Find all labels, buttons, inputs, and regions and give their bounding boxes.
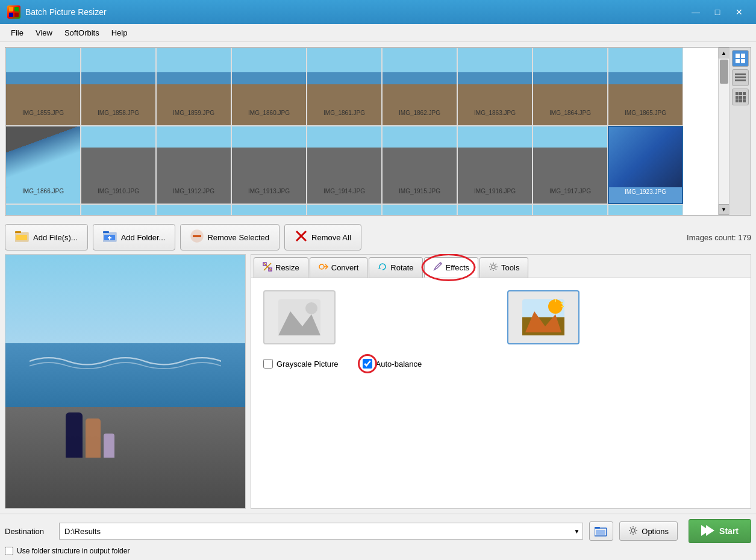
remove-all-button[interactable]: Remove All <box>284 224 361 250</box>
tab-resize[interactable]: Resize <box>254 257 308 278</box>
scrollbar-thumb[interactable] <box>720 60 728 84</box>
effects-tab-content: Grayscale Picture Auto-balance <box>251 278 751 508</box>
thumb-img1861[interactable]: IMG_1861.JPG <box>307 48 382 126</box>
tab-effects-label: Effects <box>446 263 470 272</box>
autobalance-effect-box[interactable] <box>507 290 579 344</box>
remove-selected-button[interactable]: Remove Selected <box>180 224 280 250</box>
thumb-r3-1[interactable] <box>5 204 81 215</box>
close-button[interactable]: ✕ <box>729 4 749 20</box>
tab-tools[interactable]: Tools <box>480 257 528 278</box>
view-toggle <box>729 48 751 215</box>
tab-convert[interactable]: Convert <box>310 257 368 278</box>
add-files-label: Add File(s)... <box>33 233 78 242</box>
thumb-img1916[interactable]: IMG_1916.JPG <box>457 126 533 204</box>
maximize-button[interactable]: □ <box>708 4 727 20</box>
svg-point-40 <box>305 302 317 314</box>
svg-rect-14 <box>736 96 739 99</box>
svg-rect-9 <box>735 76 746 78</box>
thumb-img1917[interactable]: IMG_1917.JPG <box>533 126 608 204</box>
remove-all-icon <box>295 229 308 246</box>
thumb-r3-9[interactable] <box>608 204 683 215</box>
thumb-r3-6[interactable] <box>382 204 457 215</box>
preview-image <box>5 255 245 508</box>
thumb-r3-8[interactable] <box>533 204 608 215</box>
list-view-button[interactable] <box>732 69 749 86</box>
thumb-img1855[interactable]: IMG_1855.JPG <box>5 48 81 126</box>
scroll-up-button[interactable]: ▲ <box>719 48 729 58</box>
thumb-img1858[interactable]: IMG_1858.JPG <box>81 48 156 126</box>
menu-help[interactable]: Help <box>105 26 134 40</box>
app-title: Batch Picture Resizer <box>25 7 686 17</box>
thumb-img1862[interactable]: IMG_1862.JPG <box>382 48 457 126</box>
thumb-img1860[interactable]: IMG_1860.JPG <box>231 48 307 126</box>
options-button[interactable]: Options <box>619 521 678 541</box>
grid-view-button[interactable] <box>732 89 749 105</box>
thumb-img1913[interactable]: IMG_1913.JPG <box>231 126 307 204</box>
minimize-button[interactable]: — <box>686 4 705 20</box>
add-files-button[interactable]: Add File(s)... <box>5 224 88 250</box>
thumb-label: IMG_1864.JPG <box>533 108 607 117</box>
svg-rect-11 <box>736 92 739 95</box>
folder-structure-checkbox[interactable] <box>5 547 13 555</box>
svg-point-34 <box>319 264 324 269</box>
add-folder-button[interactable]: Add Folder... <box>93 224 176 250</box>
svg-rect-24 <box>103 231 109 233</box>
grayscale-label: Grayscale Picture <box>276 359 339 369</box>
thumb-img1910[interactable]: IMG_1910.JPG <box>81 126 156 204</box>
thumb-r3-3[interactable] <box>156 204 231 215</box>
thumb-r3-2[interactable] <box>81 204 156 215</box>
thumbnail-view-button[interactable] <box>732 50 749 67</box>
scroll-down-button[interactable]: ▼ <box>719 204 729 215</box>
menu-file[interactable]: File <box>5 26 30 40</box>
thumb-img1864[interactable]: IMG_1864.JPG <box>533 48 608 126</box>
menu-softorbits[interactable]: SoftOrbits <box>58 26 105 40</box>
thumb-img1915[interactable]: IMG_1915.JPG <box>382 126 457 204</box>
grayscale-effect-box[interactable] <box>263 290 336 344</box>
thumb-r3-4[interactable] <box>231 204 307 215</box>
thumb-img1866[interactable]: IMG_1866.JPG <box>5 126 81 204</box>
options-gear-icon <box>628 526 638 537</box>
menu-view[interactable]: View <box>30 26 58 40</box>
thumb-label: IMG_1914.JPG <box>307 187 381 196</box>
scrollbar-track[interactable] <box>719 58 729 204</box>
destination-input[interactable] <box>59 523 583 540</box>
svg-rect-4 <box>736 54 740 58</box>
checkboxes-row: Grayscale Picture Auto-balance <box>263 359 739 369</box>
start-arrow-icon <box>701 525 714 538</box>
browse-folder-button[interactable] <box>589 521 613 541</box>
thumb-r3-5[interactable] <box>307 204 382 215</box>
thumb-label: IMG_1855.JPG <box>6 108 80 117</box>
svg-rect-49 <box>595 527 600 529</box>
thumb-img1859[interactable]: IMG_1859.JPG <box>156 48 231 126</box>
svg-rect-50 <box>596 530 605 535</box>
svg-rect-21 <box>15 231 21 233</box>
grayscale-checkbox-item[interactable]: Grayscale Picture <box>263 359 339 369</box>
thumb-img1923[interactable]: IMG_1923.JPG <box>608 126 683 204</box>
destination-select-wrap: ▼ <box>59 523 583 540</box>
thumb-img1865[interactable]: IMG_1865.JPG <box>608 48 683 126</box>
thumb-img1912[interactable]: IMG_1912.JPG <box>156 126 231 204</box>
tab-effects[interactable]: Effects <box>424 257 479 278</box>
autobalance-checkbox[interactable] <box>363 359 372 369</box>
svg-rect-2 <box>9 13 13 17</box>
gallery-scrollbar[interactable]: ▲ ▼ <box>718 48 729 215</box>
resize-tab-icon <box>263 262 272 274</box>
thumb-img1863[interactable]: IMG_1863.JPG <box>457 48 533 126</box>
thumb-r3-7[interactable] <box>457 204 533 215</box>
grayscale-checkbox[interactable] <box>263 359 273 369</box>
thumb-label: IMG_1866.JPG <box>6 187 80 196</box>
thumb-img1914[interactable]: IMG_1914.JPG <box>307 126 382 204</box>
svg-rect-17 <box>736 99 739 102</box>
window-controls: — □ ✕ <box>686 4 749 20</box>
remove-selected-icon <box>190 229 204 246</box>
content-area: Resize Convert Rotate <box>0 254 756 514</box>
svg-rect-1 <box>14 7 19 11</box>
start-button[interactable]: Start <box>689 519 751 543</box>
thumb-label: IMG_1915.JPG <box>383 187 457 196</box>
tab-rotate[interactable]: Rotate <box>369 257 422 278</box>
gallery-grid: IMG_1855.JPG IMG_1858.JPG IMG_1859.JPG I… <box>5 48 718 215</box>
thumb-label: IMG_1910.JPG <box>81 187 155 196</box>
destination-row: Destination ▼ Options Start <box>5 519 751 543</box>
autobalance-checkbox-item[interactable]: Auto-balance <box>363 359 422 369</box>
folder-structure-label: Use folder structure in output folder <box>17 547 130 555</box>
